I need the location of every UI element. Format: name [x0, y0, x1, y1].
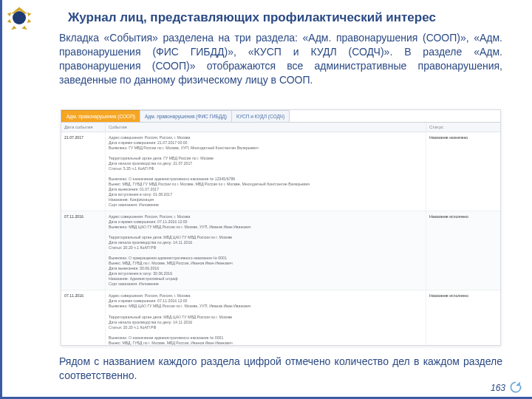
event-line: Адрес совершения: Россия, Россия, г. Мос… [109, 135, 423, 140]
cell-date: 21.07.2017 [61, 132, 106, 211]
tab-sodch[interactable]: КУСП и КУДЛ (СОДЧ) [231, 110, 290, 122]
event-line: Выявлено: МВД ЦАО ГУ МВД России по г. Мо… [109, 304, 423, 309]
cell-date: 07.11.2016 [61, 290, 106, 346]
event-line: Дата вступления в силу: 01.08.2017 [109, 192, 423, 197]
cell-status: Наказание исполнено [426, 290, 500, 346]
event-line: Дата начала производства по делу: 21.07.… [109, 161, 423, 166]
cell-event: Адрес совершения: Россия, Россия, г. Мос… [106, 132, 426, 211]
table-row: 21.07.2017Адрес совершения: Россия, Росс… [61, 132, 500, 211]
event-line: Сорт наказания: Изложение [109, 202, 423, 208]
event-line: Выявлено: МВД ЦАО ГУ МВД России по г. Мо… [109, 225, 423, 230]
footer-paragraph: Рядом с названием каждого раздела цифрой… [59, 355, 502, 383]
table-header: Дата события События Статус [61, 123, 500, 132]
slide-border-left [0, 0, 2, 399]
event-line: Дата начала производства по делу: 14.11.… [109, 240, 423, 245]
app-screenshot: Адм. правонарушения (СООП) Адм. правонар… [61, 109, 501, 346]
col-status: Статус [426, 123, 500, 132]
page-number: 163 [491, 383, 505, 393]
event-line: Дата и время совершения: 07.11.2016 12:0… [109, 299, 423, 304]
event-line: Сорт наказания: Изложение [109, 282, 423, 287]
event-line: Дата начала производства по делу: 14.11.… [109, 320, 423, 325]
event-line: Территориальный орган дела: МВД ЦАО ГУ М… [109, 235, 423, 240]
event-line [109, 309, 423, 314]
cell-status: Наказание исполнено [426, 211, 500, 290]
refresh-icon [508, 380, 523, 395]
col-date: Дата события [61, 123, 106, 132]
event-line: Выявлено: ГУ МВД России по г. Москве, УУ… [109, 146, 423, 151]
table-body: 21.07.2017Адрес совершения: Россия, Росс… [61, 132, 500, 346]
table-row: 07.11.2016Адрес совершения: Россия, Росс… [61, 290, 500, 346]
cell-event: Адрес совершения: Россия, Россия, г. Мос… [106, 211, 426, 290]
event-line [109, 250, 423, 256]
event-line: Адрес совершения: Россия, Россия, г. Мос… [109, 293, 423, 299]
event-line: Вынесено: О назначении административного… [109, 335, 423, 341]
cell-status: Наказание назначено [426, 132, 500, 211]
event-line: Территориальный орган дела: ГУ МВД Росси… [109, 156, 423, 161]
event-line [109, 151, 423, 156]
cell-date: 07.11.2016 [61, 211, 106, 290]
event-line [109, 230, 423, 235]
event-line: Вынес: МВД, ГУВД ГУ МВД России по г. Мос… [109, 182, 423, 187]
emblem-icon [6, 4, 33, 31]
event-line: Статьи: 20.20 ч.1 КоАП РФ [109, 325, 423, 330]
event-line: Адрес совершения: Россия, Россия, г. Мос… [109, 214, 423, 219]
cell-event: Адрес совершения: Россия, Россия, г. Мос… [106, 290, 426, 346]
tab-soop[interactable]: Адм. правонарушения (СООП) [61, 110, 140, 122]
page-title: Журнал лиц, представляющих профилактичес… [68, 10, 504, 25]
event-line: Статьи: 20.20 ч.1 КоАП РФ [109, 245, 423, 250]
event-line: Территориальный орган дела: МВД ЦАО ГУ М… [109, 315, 423, 320]
event-line: Вынесено: О прекращении административног… [109, 256, 423, 261]
event-line: Вынес: МВД, ГУВД по г. Москве, МВД Росси… [109, 261, 423, 266]
event-line: Дата вступления в силу: 30.06.2016 [109, 271, 423, 276]
event-line: Статьи: 5.35 ч.1 КоАП РФ [109, 166, 423, 171]
event-line: Вынес: МВД, ГУВД по г. Москве, МВД Росси… [109, 341, 423, 346]
event-line [109, 330, 423, 335]
tab-gibdd[interactable]: Адм. правонарушения (ФИС ГИБДД) [140, 110, 232, 122]
event-line: Дата вынесения: 30.06.2016 [109, 266, 423, 271]
event-line: Дата и время совершения: 21.07.2017 00:0… [109, 140, 423, 146]
tabs-bar: Адм. правонарушения (СООП) Адм. правонар… [61, 110, 500, 123]
event-line: Дата и время совершения: 07.11.2016 12:0… [109, 219, 423, 225]
event-line: Наказание: Конфискация [109, 197, 423, 202]
table-row: 07.11.2016Адрес совершения: Россия, Росс… [61, 211, 500, 290]
intro-paragraph: Вкладка «События» разделена на три разде… [59, 31, 502, 87]
event-line [109, 171, 423, 177]
event-line: Наказание: Административный штраф [109, 276, 423, 282]
event-line: Дата вынесения: 01.07.2017 [109, 187, 423, 192]
col-event: События [106, 123, 426, 132]
event-line: Вынесено: О назначении административного… [109, 177, 423, 182]
